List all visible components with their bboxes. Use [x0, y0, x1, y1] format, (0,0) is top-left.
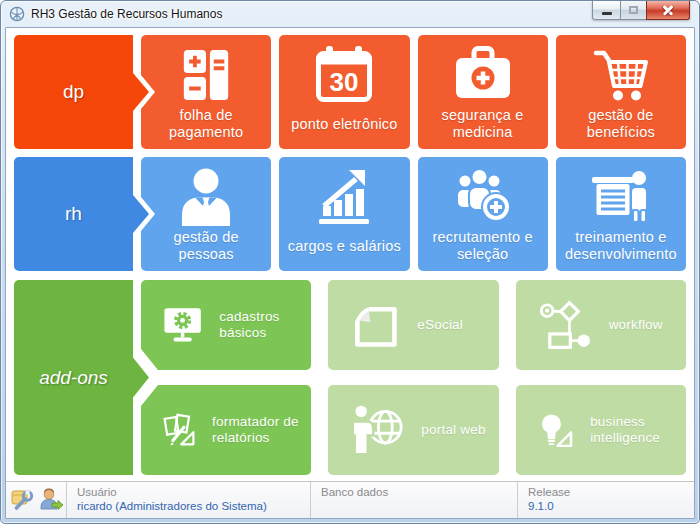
window-title: RH3 Gestão de Recursos Humanos: [31, 7, 222, 21]
tile-label: workflow: [609, 317, 663, 333]
tile-label: recrutamento e seleção: [418, 228, 548, 264]
tile-cargos-e-salarios[interactable]: cargos e salários: [279, 157, 409, 271]
section-add-ons[interactable]: add-ons: [14, 280, 149, 475]
tile-label: cadastros básicos: [219, 309, 303, 341]
status-label: Banco dados: [321, 486, 517, 498]
tile-label: treinamento e desenvolvimento: [556, 228, 686, 264]
calendar-icon: 30: [279, 46, 409, 104]
tile-cadastros-basicos[interactable]: cadastros básicos: [141, 280, 311, 370]
switch-user-icon[interactable]: [38, 487, 64, 513]
status-bar: Usuário ricardo (Administradores do Sist…: [6, 481, 694, 518]
tile-esocial[interactable]: eSocial: [328, 280, 498, 370]
app-icon: [9, 6, 25, 22]
section-dp-label: dp: [63, 81, 84, 103]
tile-label: segurança e medicina: [418, 106, 548, 142]
bar-chart-arrow-icon: [279, 168, 409, 226]
status-label: Release: [528, 486, 694, 498]
minimize-icon: [602, 12, 612, 15]
tile-ponto-eletronico[interactable]: 30 ponto eletrônico: [279, 35, 409, 149]
shopping-cart-icon: [556, 46, 686, 104]
calculator-icon: [141, 46, 271, 104]
workflow-icon: [538, 300, 592, 350]
tile-label: gestão de pessoas: [141, 228, 271, 264]
svg-text:30: 30: [330, 67, 359, 97]
close-icon: [661, 3, 675, 17]
close-button[interactable]: [646, 1, 690, 20]
section-rh[interactable]: rh: [14, 157, 149, 271]
tile-seguranca-e-medicina[interactable]: segurança e medicina: [418, 35, 548, 149]
tile-label: folha de pagamento: [141, 106, 271, 142]
tile-label: formatador de relatórios: [212, 414, 303, 446]
tile-label: cargos e salários: [284, 228, 405, 264]
tile-portal-web[interactable]: portal web: [328, 385, 498, 475]
status-field-banco-dados: Banco dados: [310, 482, 517, 518]
person-tie-icon: [141, 168, 271, 226]
tile-folha-de-pagamento[interactable]: folha de pagamento: [141, 35, 271, 149]
section-add-ons-label: add-ons: [39, 367, 108, 389]
tile-business-intelligence[interactable]: business intelligence: [516, 385, 686, 475]
tile-gestao-de-pessoas[interactable]: gestão de pessoas: [141, 157, 271, 271]
tile-label: ponto eletrônico: [287, 106, 401, 142]
tile-gestao-de-beneficios[interactable]: gestão de benefícios: [556, 35, 686, 149]
tools-icon[interactable]: [9, 487, 35, 513]
document-icon: [350, 300, 400, 350]
tile-treinamento-e-desenvolvimento[interactable]: treinamento e desenvolvimento: [556, 157, 686, 271]
tile-recrutamento-e-selecao[interactable]: recrutamento e seleção: [418, 157, 548, 271]
first-aid-icon: [418, 46, 548, 100]
presentation-person-icon: [556, 168, 686, 224]
module-grid: dp folha de pagamento: [14, 35, 686, 475]
client-area: dp folha de pagamento: [5, 27, 695, 519]
documents-pencil-icon: [163, 404, 195, 456]
section-rh-label: rh: [65, 203, 82, 225]
tile-formatador-de-relatorios[interactable]: formatador de relatórios: [141, 385, 311, 475]
status-value: 9.1.0: [528, 500, 694, 512]
maximize-icon: [629, 6, 638, 14]
person-globe-icon: [350, 404, 404, 456]
lightbulb-ruler-icon: [538, 404, 573, 456]
status-value: ricardo (Administradores do Sistema): [77, 500, 310, 512]
minimize-button[interactable]: [592, 1, 621, 20]
maximize-button[interactable]: [620, 1, 647, 20]
monitor-gear-icon: [163, 300, 202, 350]
tile-workflow[interactable]: workflow: [516, 280, 686, 370]
tile-label: gestão de benefícios: [556, 106, 686, 142]
tile-label: eSocial: [417, 317, 463, 333]
status-label: Usuário: [77, 486, 310, 498]
people-plus-icon: [418, 168, 548, 224]
section-dp[interactable]: dp: [14, 35, 149, 149]
tile-label: portal web: [421, 422, 485, 438]
status-field-release: Release 9.1.0: [517, 482, 694, 518]
app-window: RH3 Gestão de Recursos Humanos dp: [0, 0, 700, 524]
tile-label: business intelligence: [590, 414, 678, 446]
window-controls: [593, 1, 690, 20]
status-field-usuario: Usuário ricardo (Administradores do Sist…: [66, 482, 310, 518]
